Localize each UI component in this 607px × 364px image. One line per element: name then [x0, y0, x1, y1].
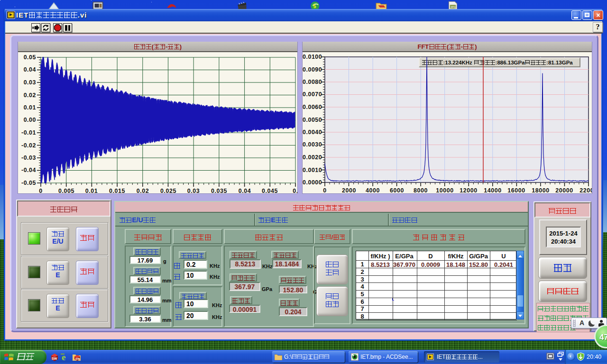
svg-text:SW: SW — [75, 357, 80, 360]
svg-text:JPG: JPG — [451, 6, 456, 9]
svg-text:5: 5 — [313, 4, 316, 9]
svg-text:SW: SW — [52, 357, 57, 360]
